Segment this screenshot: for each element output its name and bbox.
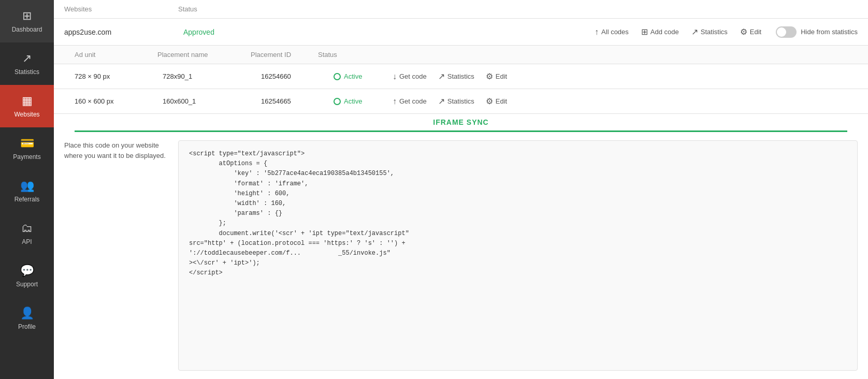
statistics-label: Statistics [447, 72, 474, 80]
toggle-knob [777, 27, 786, 37]
status-label: Active [344, 72, 362, 80]
website-status: Approved [183, 28, 245, 36]
sidebar-item-label: Payments [13, 153, 40, 161]
sidebar-item-label: API [22, 238, 32, 245]
adunit-placement: 160x600_1 [163, 97, 256, 105]
edit-label: Edit [496, 72, 507, 80]
main-content: Websites Status apps2use.com Approved ↑ … [54, 0, 868, 379]
status-label: Active [344, 97, 362, 105]
sidebar-item-label: Statistics [15, 68, 39, 76]
get-code-button-2[interactable]: ↑ Get code [390, 96, 429, 107]
website-actions: ↑ All codes ⊞ Add code ↗ Statistics ⚙ Ed… [251, 26, 858, 38]
sidebar-item-payments[interactable]: 💳 Payments [0, 127, 54, 170]
code-block[interactable]: <script type="text/javascript"> atOption… [178, 140, 858, 371]
adunit-status: Active [334, 97, 385, 105]
sidebar-item-websites[interactable]: ▦ Websites [0, 85, 54, 127]
gear-icon: ⚙ [486, 71, 493, 81]
statistics-button[interactable]: ↗ Statistics [689, 26, 730, 38]
sidebar-item-referrals[interactable]: 👥 Referrals [0, 170, 54, 212]
iframe-sync-tab[interactable]: IFRAME SYNC [75, 114, 847, 132]
chart-icon: ↗ [438, 71, 445, 81]
sidebar-item-profile[interactable]: 👤 Profile [0, 297, 54, 340]
get-code-label: Get code [399, 97, 427, 105]
col-status: Status [178, 5, 858, 13]
iframe-sync-label: IFRAME SYNC [433, 118, 488, 126]
code-description: Place this code on your website where yo… [64, 140, 168, 371]
edit-label: Edit [750, 28, 761, 36]
edit-button-2[interactable]: ⚙ Edit [484, 95, 509, 107]
profile-icon: 👤 [20, 307, 34, 320]
edit-label: Edit [496, 97, 507, 105]
adunit-actions: ↓ Get code ↗ Statistics ⚙ Edit [390, 70, 858, 82]
get-code-button-1[interactable]: ↓ Get code [390, 71, 429, 82]
col-placement-name: Placement name [157, 51, 251, 59]
sidebar-item-support[interactable]: 💬 Support [0, 255, 54, 297]
sidebar-item-api[interactable]: 🗂 API [0, 212, 54, 255]
sidebar-item-label: Dashboard [12, 26, 42, 33]
payments-icon: 💳 [20, 137, 34, 150]
adunit-header: Ad unit Placement name Placement ID Stat… [54, 46, 868, 64]
support-icon: 💬 [20, 264, 34, 278]
code-section: Place this code on your website where yo… [54, 132, 868, 379]
chart-icon: ↗ [438, 96, 445, 106]
gear-icon: ⚙ [486, 96, 493, 106]
hide-toggle-wrap: Hide from statistics [776, 26, 858, 38]
website-name: apps2use.com [64, 28, 178, 36]
adunit-size: 728 × 90 px [75, 72, 157, 80]
hide-statistics-label: Hide from statistics [801, 28, 858, 36]
statistics-icon: ↗ [22, 52, 32, 65]
statistics-label: Statistics [447, 97, 474, 105]
download-icon: ↓ [393, 72, 397, 81]
statistics-button-2[interactable]: ↗ Statistics [436, 95, 476, 107]
upload-icon: ↑ [393, 97, 397, 106]
table-header: Websites Status [54, 0, 868, 19]
sidebar-item-label: Support [16, 281, 38, 288]
col-placement-id: Placement ID [251, 51, 318, 59]
sidebar-item-label: Referrals [15, 196, 40, 203]
add-icon: ⊞ [641, 27, 648, 37]
adunit-row: 160 × 600 px 160x600_1 16254665 Active ↑… [54, 89, 868, 114]
hide-statistics-toggle[interactable] [776, 26, 797, 38]
referrals-icon: 👥 [20, 179, 34, 193]
sidebar-item-dashboard[interactable]: ⊞ Dashboard [0, 0, 54, 42]
col-websites: Websites [64, 5, 178, 13]
status-circle-icon [334, 73, 341, 80]
add-code-label: Add code [650, 28, 679, 36]
col-adunit-status: Status [318, 51, 858, 59]
adunit-pid: 16254660 [261, 72, 328, 80]
adunit-actions: ↑ Get code ↗ Statistics ⚙ Edit [390, 95, 858, 107]
adunit-placement: 728x90_1 [163, 72, 256, 80]
website-row: apps2use.com Approved ↑ All codes ⊞ Add … [54, 19, 868, 46]
col-ad-unit: Ad unit [75, 51, 157, 59]
dashboard-icon: ⊞ [22, 9, 32, 23]
websites-icon: ▦ [22, 94, 33, 108]
api-icon: 🗂 [21, 222, 33, 235]
sidebar: ⊞ Dashboard ↗ Statistics ▦ Websites 💳 Pa… [0, 0, 54, 379]
sidebar-item-label: Websites [14, 111, 39, 118]
add-code-button[interactable]: ⊞ Add code [639, 26, 681, 38]
adunit-row: 728 × 90 px 728x90_1 16254660 Active ↓ G… [54, 64, 868, 89]
chart-icon: ↗ [691, 27, 698, 37]
adunit-size: 160 × 600 px [75, 97, 157, 105]
sidebar-item-label: Profile [18, 323, 36, 330]
edit-button-1[interactable]: ⚙ Edit [484, 70, 509, 82]
all-codes-button[interactable]: ↑ All codes [592, 26, 631, 38]
edit-button[interactable]: ⚙ Edit [738, 26, 763, 38]
all-codes-label: All codes [601, 28, 629, 36]
adunit-pid: 16254665 [261, 97, 328, 105]
adunit-status: Active [334, 72, 385, 80]
status-circle-icon [334, 98, 341, 105]
iframe-sync-section: IFRAME SYNC [54, 114, 868, 132]
sidebar-item-statistics[interactable]: ↗ Statistics [0, 42, 54, 85]
statistics-button-1[interactable]: ↗ Statistics [436, 70, 476, 82]
gear-icon: ⚙ [740, 27, 747, 37]
get-code-label: Get code [399, 72, 427, 80]
statistics-label: Statistics [701, 28, 728, 36]
upload-icon: ↑ [595, 27, 599, 37]
